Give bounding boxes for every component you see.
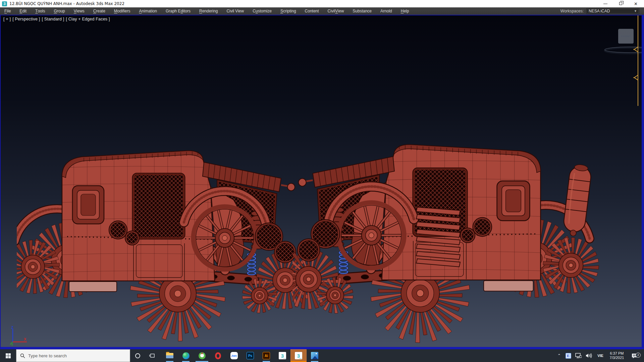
3dsmax-app-icon: 3 bbox=[2, 1, 7, 6]
menu-item-graph-editors[interactable]: Graph Editors bbox=[161, 7, 195, 15]
start-button[interactable] bbox=[0, 349, 16, 362]
workspaces: Workspaces: NESA iCAD ▼ bbox=[560, 8, 644, 14]
taskbar-search-box[interactable]: Type here to search bbox=[16, 349, 130, 362]
titlebar: 3 12.BÙI NGỌC QUỲNH ANH.max - Autodesk 3… bbox=[0, 0, 644, 7]
workspaces-label: Workspaces: bbox=[560, 9, 584, 13]
model-steampunk-car-right[interactable] bbox=[292, 130, 628, 349]
tray-language-indicator[interactable]: VIE bbox=[594, 354, 606, 358]
menu-item-help[interactable]: Help bbox=[396, 7, 414, 15]
window-controls: ✕ bbox=[598, 0, 644, 7]
viewport-edge-line bbox=[638, 15, 638, 106]
viewport-renderer-menu[interactable]: [ Standard ] bbox=[42, 17, 64, 21]
menu-list: FileEditToolsGroupViewsCreateModifiersAn… bbox=[0, 7, 413, 15]
viewcube[interactable]: FRONT bbox=[618, 29, 634, 44]
menu-item-arnold[interactable]: Arnold bbox=[376, 7, 396, 15]
taskbar-app-3ds-max[interactable]: 33DS bbox=[274, 349, 290, 362]
viewport-pov-menu[interactable]: [ Perspective ] bbox=[12, 17, 40, 21]
taskbar: Type here to search ZaloPsAi33DS3MAX ⌃ E… bbox=[0, 349, 644, 362]
menu-item-substance[interactable]: Substance bbox=[348, 7, 376, 15]
notification-count-badge: 2 bbox=[636, 353, 641, 358]
workspaces-value: NESA iCAD bbox=[589, 9, 632, 13]
search-icon bbox=[20, 353, 25, 358]
taskbar-app-illustrator[interactable]: Ai bbox=[258, 349, 274, 362]
minimize-icon bbox=[603, 4, 607, 4]
menu-item-animation[interactable]: Animation bbox=[135, 7, 161, 15]
svg-text:Z: Z bbox=[11, 325, 13, 329]
panel-expand-arrow[interactable] bbox=[633, 74, 639, 81]
viewport[interactable]: [ + ][ Perspective ][ Standard ][ Clay +… bbox=[0, 15, 644, 349]
tray-date: 7/3/2021 bbox=[610, 356, 624, 360]
menu-item-edit[interactable]: Edit bbox=[15, 7, 31, 15]
tray-volume-icon[interactable] bbox=[584, 353, 594, 358]
menu-item-tools[interactable]: Tools bbox=[31, 7, 49, 15]
menu-item-civil-view[interactable]: Civil View bbox=[323, 7, 348, 15]
taskbar-apps: ZaloPsAi33DS3MAX bbox=[162, 349, 323, 362]
menu-item-scripting[interactable]: Scripting bbox=[276, 7, 301, 15]
system-tray: ⌃ E VIE 6:37 PM 7/3/2021 2 bbox=[555, 349, 644, 362]
menu-item-file[interactable]: File bbox=[0, 7, 15, 15]
taskbar-app-photoshop[interactable]: Ps bbox=[242, 349, 258, 362]
3ds-max-icon: 33DS bbox=[279, 352, 286, 359]
viewcube-face-label: FRONT bbox=[621, 35, 631, 38]
opera-icon bbox=[215, 352, 221, 359]
svg-text:X: X bbox=[24, 337, 26, 341]
photoshop-icon: Ps bbox=[247, 352, 254, 359]
menu-item-content[interactable]: Content bbox=[301, 7, 323, 15]
taskbar-app-coccoc[interactable] bbox=[194, 349, 210, 362]
taskbar-app-photos[interactable] bbox=[307, 349, 323, 362]
taskbar-app-zalo[interactable]: Zalo bbox=[226, 349, 242, 362]
tray-time: 6:37 PM bbox=[610, 351, 624, 356]
taskbar-app-file-explorer[interactable] bbox=[162, 349, 178, 362]
viewport-label: [ + ][ Perspective ][ Standard ][ Clay +… bbox=[3, 17, 110, 21]
window-title: 12.BÙI NGỌC QUỲNH ANH.max - Autodesk 3ds… bbox=[9, 1, 124, 6]
cortana-button[interactable] bbox=[130, 349, 145, 362]
tray-network-icon[interactable] bbox=[573, 353, 584, 358]
panel-expand-arrow[interactable] bbox=[633, 46, 639, 53]
menu-item-create[interactable]: Create bbox=[89, 7, 110, 15]
restore-icon bbox=[619, 2, 622, 5]
menu-item-views[interactable]: Views bbox=[69, 7, 89, 15]
taskbar-app-3ds-max-2022[interactable]: 3MAX bbox=[290, 349, 307, 362]
task-view-button[interactable] bbox=[145, 349, 160, 362]
edge-icon bbox=[182, 352, 190, 359]
menu-item-rendering[interactable]: Rendering bbox=[195, 7, 222, 15]
model-steampunk-car-left[interactable] bbox=[17, 137, 312, 349]
task-view-icon bbox=[149, 353, 155, 358]
taskbar-app-opera[interactable] bbox=[210, 349, 226, 362]
close-icon: ✕ bbox=[634, 1, 638, 6]
world-axis-tripod: ZXy bbox=[6, 325, 31, 347]
minimize-button[interactable] bbox=[598, 0, 613, 7]
cortana-icon bbox=[135, 353, 140, 358]
menu-bar: FileEditToolsGroupViewsCreateModifiersAn… bbox=[0, 7, 644, 15]
coccoc-browser-icon bbox=[199, 352, 206, 359]
file-explorer-icon bbox=[166, 353, 173, 358]
close-button[interactable]: ✕ bbox=[629, 0, 644, 7]
action-center-button[interactable]: 2 bbox=[627, 353, 642, 359]
restore-button[interactable] bbox=[613, 0, 629, 7]
viewport-shading-menu[interactable]: [ Clay + Edged Faces ] bbox=[66, 17, 110, 21]
workspaces-dropdown[interactable]: NESA iCAD ▼ bbox=[586, 8, 639, 14]
tray-clock[interactable]: 6:37 PM 7/3/2021 bbox=[606, 351, 627, 360]
menu-item-civil-view[interactable]: Civil View bbox=[222, 7, 248, 15]
menu-item-group[interactable]: Group bbox=[49, 7, 69, 15]
zalo-icon: Zalo bbox=[230, 352, 238, 359]
svg-text:y: y bbox=[11, 343, 13, 346]
windows-logo-icon bbox=[6, 353, 11, 358]
taskbar-app-edge[interactable] bbox=[178, 349, 194, 362]
photos-icon bbox=[311, 352, 318, 359]
search-placeholder: Type here to search bbox=[28, 353, 67, 358]
viewport-general-menu[interactable]: [ + ] bbox=[3, 17, 11, 21]
tray-chevron-up-icon[interactable]: ⌃ bbox=[555, 353, 564, 358]
menu-item-modifiers[interactable]: Modifiers bbox=[110, 7, 135, 15]
menu-item-customize[interactable]: Customize bbox=[248, 7, 276, 15]
screen: 3 12.BÙI NGỌC QUỲNH ANH.max - Autodesk 3… bbox=[0, 0, 644, 362]
illustrator-icon: Ai bbox=[263, 352, 270, 359]
tray-evkey-icon[interactable]: E bbox=[564, 353, 573, 359]
3ds-max-2022-icon: 3MAX bbox=[295, 352, 302, 359]
chevron-down-icon: ▼ bbox=[634, 9, 637, 13]
